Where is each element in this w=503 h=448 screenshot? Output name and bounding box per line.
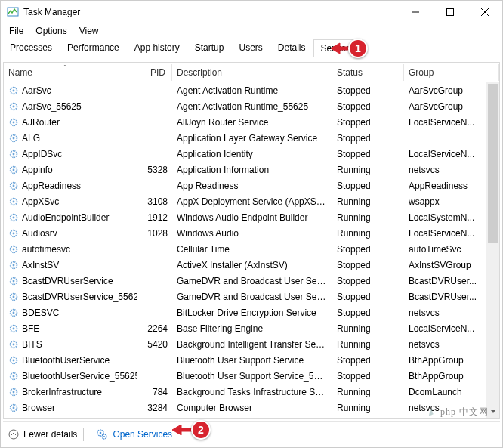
column-header-group[interactable]: Group: [404, 64, 499, 81]
svg-point-44: [13, 391, 15, 393]
table-row[interactable]: Audiosrv1028Windows AudioRunningLocalSer…: [4, 225, 499, 241]
table-row[interactable]: AxInstSVActiveX Installer (AxInstSV)Stop…: [4, 257, 499, 273]
service-description: BitLocker Drive Encryption Service: [172, 307, 332, 318]
svg-point-22: [13, 216, 15, 218]
column-header-status[interactable]: Status: [332, 64, 404, 81]
sort-ascending-icon: ⌃: [63, 64, 67, 70]
open-services-label: Open Services: [113, 429, 172, 440]
service-name: AppIDSvc: [22, 149, 62, 159]
fewer-details-link[interactable]: Fewer details: [8, 429, 77, 440]
service-description: Application Identity: [172, 149, 332, 159]
table-row[interactable]: BluetoothUserServiceBluetooth User Suppo…: [4, 352, 499, 368]
table-row[interactable]: AudioEndpointBuilder1912Windows Audio En…: [4, 209, 499, 225]
table-row[interactable]: AppXSvc3108AppX Deployment Service (AppX…: [4, 193, 499, 209]
task-manager-icon: [7, 6, 19, 18]
table-row[interactable]: BTAGServiceBluetooth Audio Gateway Servi…: [4, 416, 499, 418]
service-name: AJRouter: [22, 117, 60, 128]
service-group: autoTimeSvc: [404, 244, 499, 255]
table-row[interactable]: BcastDVRUserService_55625GameDVR and Bro…: [4, 289, 499, 304]
svg-point-55: [100, 432, 102, 434]
svg-point-57: [103, 436, 105, 437]
maximize-button[interactable]: [433, 1, 468, 23]
service-status: Stopped: [332, 149, 404, 159]
table-row[interactable]: ALGApplication Layer Gateway ServiceStop…: [4, 130, 499, 146]
service-description: AllJoyn Router Service: [172, 117, 332, 128]
service-group: netsvcs: [404, 165, 499, 175]
table-row[interactable]: Browser3284Computer BrowserRunningnetsvc…: [4, 400, 499, 416]
minimize-button[interactable]: [398, 1, 433, 23]
tab-processes[interactable]: Processes: [2, 39, 60, 57]
svg-point-42: [13, 375, 15, 377]
scroll-thumb[interactable]: [488, 84, 498, 243]
service-name: Appinfo: [22, 165, 53, 175]
service-group: AarSvcGroup: [404, 85, 499, 96]
table-row[interactable]: BITS5420Background Intelligent Transfer …: [4, 336, 499, 352]
service-name: AarSvc_55625: [22, 101, 82, 112]
service-group: DcomLaunch: [404, 387, 499, 397]
tab-details[interactable]: Details: [270, 39, 313, 57]
service-status: Stopped: [332, 260, 404, 270]
open-services-link[interactable]: Open Services: [96, 428, 172, 440]
service-description: GameDVR and Broadcast User Servic...: [172, 292, 332, 302]
tab-performance[interactable]: Performance: [60, 39, 127, 57]
service-group: LocalSystemN...: [404, 212, 499, 223]
table-header: Name⌃ PID Description Status Group: [4, 63, 499, 82]
svg-rect-2: [447, 9, 454, 16]
tab-users[interactable]: Users: [231, 39, 270, 57]
table-row[interactable]: Appinfo5328Application InformationRunnin…: [4, 162, 499, 178]
service-group: BcastDVRUser...: [404, 292, 499, 302]
table-row[interactable]: AppIDSvcApplication IdentityStoppedLocal…: [4, 146, 499, 162]
chevron-up-circle-icon: [8, 429, 19, 440]
svg-point-12: [13, 137, 15, 139]
tab-strip: Processes Performance App history Startu…: [1, 39, 502, 57]
svg-marker-61: [172, 425, 181, 435]
table-row[interactable]: BrokerInfrastructure784Background Tasks …: [4, 384, 499, 400]
service-name: autotimesvc: [22, 244, 70, 255]
table-row[interactable]: AarSvc_55625Agent Activation Runtime_556…: [4, 98, 499, 114]
separator: [83, 428, 84, 441]
service-status: Running: [332, 339, 404, 350]
service-status: Running: [332, 165, 404, 175]
table-row[interactable]: BDESVCBitLocker Drive Encryption Service…: [4, 304, 499, 320]
column-header-pid[interactable]: PID: [137, 64, 172, 81]
service-description: Background Tasks Infrastructure Serv...: [172, 387, 332, 397]
table-row[interactable]: AJRouterAllJoyn Router ServiceStoppedLoc…: [4, 114, 499, 130]
table-row[interactable]: BluetoothUserService_55625Bluetooth User…: [4, 368, 499, 384]
service-name: BluetoothUserService_55625: [22, 371, 137, 382]
table-row[interactable]: BcastDVRUserServiceGameDVR and Broadcast…: [4, 273, 499, 289]
service-group: BcastDVRUser...: [404, 276, 499, 286]
service-status: Stopped: [332, 244, 404, 255]
service-description: Cellular Time: [172, 244, 332, 255]
table-body: AarSvcAgent Activation RuntimeStoppedAar…: [4, 82, 499, 418]
table-row[interactable]: AppReadinessApp ReadinessStoppedAppReadi…: [4, 178, 499, 193]
svg-marker-59: [331, 43, 340, 54]
service-group: AppReadiness: [404, 181, 499, 191]
menu-file[interactable]: File: [4, 24, 29, 38]
close-button[interactable]: [468, 1, 502, 23]
service-pid: 2264: [137, 323, 172, 334]
service-status: Stopped: [332, 181, 404, 191]
svg-point-38: [13, 343, 15, 345]
menu-view[interactable]: View: [74, 24, 104, 38]
service-group: AxInstSVGroup: [404, 260, 499, 270]
table-row[interactable]: autotimesvcCellular TimeStoppedautoTimeS…: [4, 241, 499, 257]
service-status: Stopped: [332, 85, 404, 96]
vertical-scrollbar[interactable]: [486, 82, 499, 418]
service-status: Running: [332, 387, 404, 397]
menu-bar: File Options View: [1, 23, 502, 39]
service-pid: 3108: [137, 196, 172, 207]
tab-app-history[interactable]: App history: [127, 39, 187, 57]
service-description: App Readiness: [172, 181, 332, 191]
window-title: Task Manager: [23, 7, 80, 17]
column-header-description[interactable]: Description: [172, 64, 332, 81]
svg-point-10: [13, 121, 15, 123]
service-status: Running: [332, 403, 404, 413]
annotation-number: 1: [348, 39, 368, 58]
menu-options[interactable]: Options: [30, 24, 72, 38]
column-header-name[interactable]: Name⌃: [4, 64, 137, 81]
tab-startup[interactable]: Startup: [187, 39, 232, 57]
table-row[interactable]: BFE2264Base Filtering EngineRunningLocal…: [4, 320, 499, 336]
service-description: Application Layer Gateway Service: [172, 133, 332, 144]
svg-point-40: [13, 359, 15, 361]
table-row[interactable]: AarSvcAgent Activation RuntimeStoppedAar…: [4, 82, 499, 98]
